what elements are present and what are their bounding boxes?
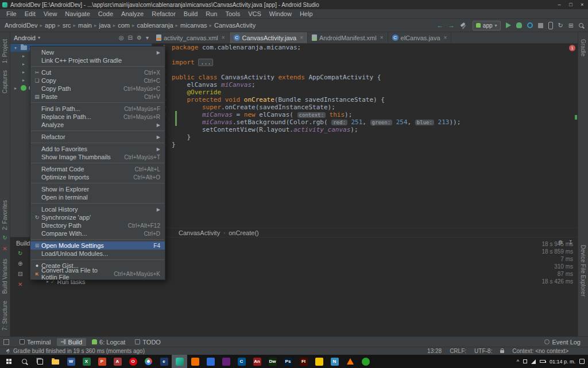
menubar-item-edit[interactable]: Edit [21, 10, 40, 17]
context-menu-item-show-in-explorer[interactable]: Show in Explorer [30, 185, 165, 193]
taskbar-app-animate[interactable]: An [249, 355, 265, 368]
context-menu-item-convert-java-file-to-kotlin-file[interactable]: KConvert Java File to Kotlin FileCtrl+Al… [30, 270, 165, 278]
context-menu-item-link-c-project-with-gradle[interactable]: Link C++ Project with Gradle [30, 56, 165, 64]
context-menu-item-open-in-terminal[interactable]: Open in terminal [30, 193, 165, 201]
line-ending-widget[interactable]: CRLF: [450, 348, 466, 354]
clock[interactable]: 01:14 p. m. [550, 359, 575, 365]
taskbar-app-cpp-ide[interactable]: C [234, 355, 249, 368]
code-line[interactable]: 14} [152, 141, 578, 148]
expander-icon[interactable]: ▸ [21, 78, 26, 83]
minimize-button[interactable]: – [554, 0, 565, 9]
code-line[interactable]: 5public class CanvasActivity extends App… [152, 74, 578, 81]
tool-window-button-build[interactable]: Build [57, 338, 86, 346]
taskbar-app-file-explorer[interactable] [48, 355, 63, 368]
hide-panel-icon[interactable]: ▾ [146, 34, 149, 41]
tool-stripe-build-variants[interactable]: Build Variants [2, 259, 8, 294]
context-menu-item-refactor[interactable]: Refactor▶ [30, 133, 165, 141]
encoding-widget[interactable]: UTF-8: [474, 348, 492, 354]
expander-icon[interactable]: ▸ [13, 86, 18, 91]
project-view-selector[interactable]: Android [14, 34, 36, 41]
code-line[interactable]: 4 [152, 66, 578, 74]
taskbar-app-blue-app[interactable] [203, 355, 218, 368]
context-menu-item-local-history[interactable]: Local History▶ [30, 205, 165, 213]
menubar-item-analyze[interactable]: Analyze [117, 10, 148, 17]
taskbar-app-search[interactable] [17, 355, 32, 368]
code-line[interactable]: 13 } [152, 133, 578, 141]
breadcrumb-main[interactable]: main [78, 22, 92, 29]
code-line[interactable]: 9 super.onCreate(savedInstanceState); [152, 103, 578, 111]
close-icon[interactable]: ✕ [18, 281, 37, 288]
sync-gradle-icon[interactable]: ↻ [558, 22, 563, 29]
editor-breadcrumb-canvasactivity[interactable]: CanvasActivity [179, 229, 220, 236]
breadcrumb-androiddev[interactable]: AndroidDev [5, 22, 37, 29]
close-tab-icon[interactable]: × [300, 34, 303, 41]
settings-gear-icon[interactable]: ⚙ [137, 34, 142, 41]
profiler-button[interactable] [527, 22, 533, 28]
editor-tab-elcanvas-java[interactable]: CelCanvas.java× [388, 32, 452, 43]
taskbar-app-yellow-app[interactable] [311, 355, 327, 368]
context-menu-item-paste[interactable]: ▤PasteCtrl+V [30, 93, 165, 101]
debug-button[interactable] [516, 22, 522, 28]
battery-icon[interactable] [540, 360, 546, 363]
code-line[interactable]: 12 setContentView(R.layout.activity_canv… [152, 126, 578, 133]
menubar-item-build[interactable]: Build [180, 10, 202, 17]
taskbar-app-vlc[interactable] [342, 355, 358, 368]
close-button[interactable]: × [577, 0, 588, 9]
breadcrumb-micanvas[interactable]: micanvas [180, 22, 207, 29]
code-line[interactable]: 10 miCanvas = new elCanvas( context: thi… [152, 111, 578, 118]
breadcrumb-cablenaranja[interactable]: cablenaranja [137, 22, 173, 29]
breadcrumb-canvasactivity[interactable]: CanvasActivity [214, 22, 256, 29]
context-menu-item-synchronize-app[interactable]: ↻Synchronize 'app' [30, 213, 165, 221]
context-menu-item-compare-with[interactable]: Compare With...Ctrl+D [30, 229, 165, 237]
code-line[interactable]: 6 elCanvas miCanvas; [152, 81, 578, 89]
run-button[interactable] [506, 22, 511, 28]
menubar-item-tools[interactable]: Tools [221, 10, 244, 17]
menubar-item-code[interactable]: Code [94, 10, 117, 17]
menubar-item-help[interactable]: Help [296, 10, 317, 17]
code-line[interactable]: 11 miCanvas.setBackground(Color.rgb( red… [152, 118, 578, 126]
context-menu-item-add-to-favorites[interactable]: Add to Favorites▶ [30, 145, 165, 153]
caret-position-widget[interactable]: 13:28 [427, 348, 442, 354]
menubar-item-refactor[interactable]: Refactor [148, 10, 180, 17]
taskbar-app-notepad[interactable]: N [327, 355, 342, 368]
context-menu-item-analyze[interactable]: Analyze▶ [30, 121, 165, 129]
tool-stripe-favorites[interactable]: 2: Favorites [2, 200, 8, 230]
expander-icon[interactable]: ▸ [21, 70, 26, 75]
taskbar-app-flash[interactable]: Fl [296, 355, 311, 368]
run-configuration-select[interactable]: app ▾ [473, 21, 501, 30]
navigate-back-icon[interactable]: ← [437, 22, 443, 29]
taskbar-app-orange-app[interactable] [187, 355, 203, 368]
tool-stripe-structure[interactable]: 7: Structure [2, 301, 8, 331]
breadcrumb-com[interactable]: com [118, 22, 130, 29]
build-hammer-icon[interactable] [460, 22, 467, 29]
build-stop-icon[interactable]: ✕ [2, 246, 7, 252]
taskbar-app-edge[interactable]: e [156, 355, 172, 368]
breadcrumb-java[interactable]: java [99, 22, 110, 29]
tool-stripe-project[interactable]: 1: Project [2, 39, 8, 63]
tool-window-button-terminal[interactable]: Terminal [16, 338, 55, 346]
search-everywhere-icon[interactable] [579, 23, 583, 28]
code-line[interactable]: 3import ... [152, 59, 578, 66]
menubar-item-view[interactable]: View [40, 10, 61, 17]
code-line[interactable]: 2 [152, 51, 578, 59]
context-menu-item-reformat-code[interactable]: Reformat CodeCtrl+Alt+L [30, 165, 165, 173]
editor-tab-canvasactivity-java[interactable]: CCanvasActivity.java× [230, 32, 308, 43]
taskbar-app-excel[interactable]: X [79, 355, 94, 368]
code-editor[interactable]: 1package com.cablenaranja.micanvas;23imp… [152, 44, 578, 228]
context-menu-item-directory-path[interactable]: Directory PathCtrl+Alt+F12 [30, 221, 165, 229]
editor-tab-activity-canvas-xml[interactable]: activity_canvas.xml× [152, 32, 230, 43]
taskbar-app-purple-app[interactable] [218, 355, 234, 368]
action-center-icon[interactable] [579, 359, 585, 364]
taskbar-app-powerpoint[interactable]: P [94, 355, 110, 368]
code-area[interactable]: 1package com.cablenaranja.micanvas;23imp… [152, 44, 578, 148]
tool-window-button-event-log[interactable]: Event Log [540, 338, 585, 346]
menubar-item-navigate[interactable]: Navigate [61, 10, 94, 17]
taskbar-app-opera[interactable]: O [125, 355, 141, 368]
stop-button[interactable] [538, 23, 543, 28]
context-menu-item-open-module-settings[interactable]: ⊞Open Module SettingsF4 [30, 241, 165, 250]
expander-icon[interactable]: ▾ [13, 45, 18, 51]
readonly-lock-icon[interactable] [500, 350, 504, 353]
editor-breadcrumb-oncreate[interactable]: onCreate() [229, 229, 259, 236]
avd-manager-icon[interactable] [548, 22, 553, 29]
tool-window-switcher-icon[interactable] [3, 339, 9, 345]
